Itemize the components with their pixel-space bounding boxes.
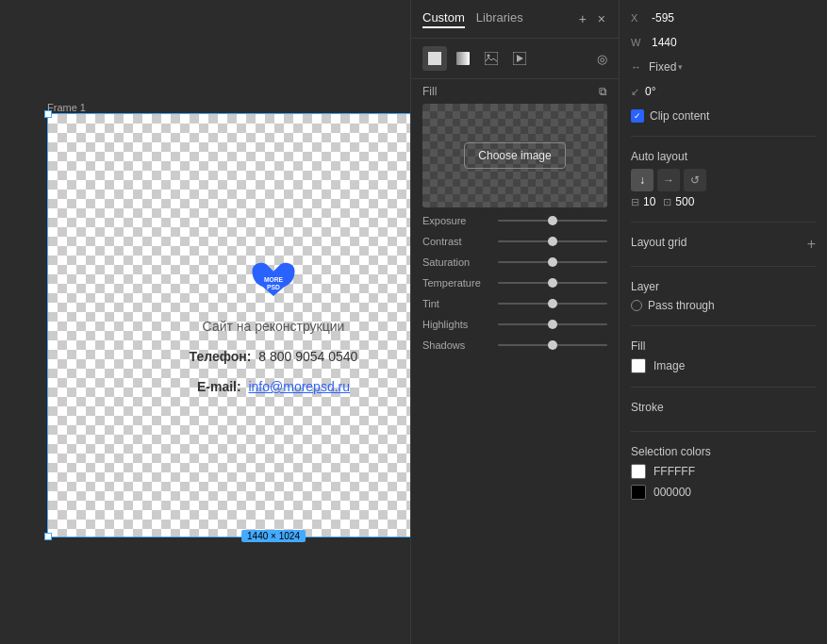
frame-title: Сайт на реконструкции <box>203 319 345 334</box>
canvas-area: Frame 1 MORE PSD Сайт на реконструкции Т… <box>0 0 410 644</box>
layer-title: Layer <box>631 280 816 293</box>
fixed-dropdown[interactable]: Fixed ▾ <box>649 60 683 74</box>
al-right-btn[interactable]: → <box>657 169 680 191</box>
resize-handle-bl[interactable] <box>44 533 52 540</box>
selection-colors-title: Selection colors <box>631 445 816 458</box>
fill-panel-header: Custom Libraries + × <box>411 0 619 39</box>
fill-section-label: Fill <box>422 85 437 98</box>
frame-inner: MORE PSD Сайт на реконструкции Телефон: … <box>48 114 410 537</box>
type-gradient-icon[interactable] <box>451 46 475 71</box>
sel-color-black-value: 000000 <box>653 486 691 499</box>
divider-1 <box>631 136 816 137</box>
clip-content-row[interactable]: ✓ Clip content <box>631 109 816 123</box>
divider-2 <box>631 222 816 223</box>
choose-image-button[interactable]: Choose image <box>464 142 565 169</box>
clip-content-label: Clip content <box>650 109 709 123</box>
frame-email: E-mail: info@morepsd.ru <box>197 379 350 394</box>
fill-row-right: Image <box>631 358 816 373</box>
logo-svg: MORE PSD <box>245 256 302 304</box>
slider-highlights: Highlights <box>422 319 607 330</box>
add-grid-button[interactable]: + <box>807 236 816 253</box>
email-link[interactable]: info@morepsd.ru <box>248 379 350 394</box>
exposure-label: Exposure <box>422 215 490 226</box>
type-video-icon[interactable] <box>507 46 532 71</box>
al-gap-field: ⊟ 10 <box>631 195 655 208</box>
saturation-label: Saturation <box>422 256 490 268</box>
x-label: X <box>631 12 646 24</box>
al-reverse-btn[interactable]: ↺ <box>684 169 706 191</box>
layer-section: Layer Pass through <box>631 280 816 312</box>
close-fill-button[interactable]: × <box>596 9 607 28</box>
fill-panel-actions: + × <box>577 9 607 28</box>
exposure-track[interactable] <box>498 220 607 222</box>
highlights-track[interactable] <box>498 323 607 325</box>
angle-value[interactable]: 0° <box>645 85 655 98</box>
sel-color-white-value: FFFFFF <box>653 465 695 478</box>
right-panel: X -595 W 1440 ↔ Fixed ▾ ↙ 0° ✓ Clip cont… <box>620 0 827 644</box>
al-down-btn[interactable]: ↓ <box>631 169 653 191</box>
divider-5 <box>631 387 816 388</box>
w-row: W 1440 <box>631 36 816 49</box>
layout-grid-row: Layout grid + <box>631 236 816 253</box>
logo-container: MORE PSD <box>245 256 302 304</box>
w-value[interactable]: 1440 <box>652 36 677 49</box>
frame-container[interactable]: MORE PSD Сайт на реконструкции Телефон: … <box>47 113 410 537</box>
clip-content-checkbox[interactable]: ✓ <box>631 109 644 123</box>
tint-label: Tint <box>422 298 490 309</box>
al-number-row: ⊟ 10 ⊡ 500 <box>631 195 816 208</box>
svg-text:PSD: PSD <box>267 284 280 290</box>
shadows-label: Shadows <box>422 339 490 351</box>
fill-type-label[interactable]: Image <box>653 359 685 372</box>
email-label: E-mail: <box>197 379 241 394</box>
contrast-track[interactable] <box>498 240 607 242</box>
tint-track[interactable] <box>498 303 607 305</box>
add-fill-button[interactable]: + <box>577 9 588 28</box>
copy-fill-icon[interactable]: ⧉ <box>599 85 607 98</box>
resize-handle-tl[interactable] <box>44 110 52 118</box>
type-solid-icon[interactable] <box>422 46 447 71</box>
frame-phone: Телефон: 8 800 9054 0540 <box>190 349 358 364</box>
svg-rect-2 <box>485 52 498 65</box>
al-padding-value[interactable]: 500 <box>675 195 694 208</box>
divider-6 <box>631 431 816 432</box>
fill-title-right: Fill <box>631 339 816 353</box>
auto-layout-controls: ↓ → ↺ <box>631 169 816 191</box>
fill-panel: Custom Libraries + × ◎ Fill ⧉ Choose ima… <box>410 0 620 644</box>
slider-shadows: Shadows <box>422 339 607 351</box>
sel-color-row-black: 000000 <box>631 485 816 500</box>
sel-swatch-white[interactable] <box>631 464 646 479</box>
fill-label-row: Fill ⧉ <box>411 79 619 104</box>
shadows-track[interactable] <box>498 344 607 346</box>
selection-colors-section: Selection colors FFFFFF 000000 <box>631 445 816 500</box>
fixed-row: ↔ Fixed ▾ <box>631 60 816 74</box>
tab-custom[interactable]: Custom <box>422 10 465 28</box>
svg-point-3 <box>488 55 490 58</box>
fill-type-bar: ◎ <box>411 39 619 79</box>
type-image-icon[interactable] <box>479 46 504 71</box>
sliders-section: Exposure Contrast Saturation Temperature… <box>411 215 619 644</box>
phone-label: Телефон: <box>190 349 252 364</box>
auto-layout-title: Auto layout <box>631 150 816 163</box>
temperature-track[interactable] <box>498 282 607 284</box>
x-row: X -595 <box>631 11 816 25</box>
image-preview: Choose image <box>422 104 607 207</box>
x-value[interactable]: -595 <box>652 11 674 25</box>
al-gap-value[interactable]: 10 <box>643 195 655 208</box>
divider-3 <box>631 266 816 267</box>
fill-swatch-right[interactable] <box>631 358 646 373</box>
pass-through-label[interactable]: Pass through <box>648 299 715 312</box>
phone-value: 8 800 9054 0540 <box>258 349 357 364</box>
sel-swatch-black[interactable] <box>631 485 646 500</box>
al-gap-icon: ⊟ <box>631 196 639 208</box>
stroke-section: Stroke <box>631 401 816 418</box>
slider-temperature: Temperature <box>422 277 607 289</box>
fixed-icon: ↔ <box>631 61 641 73</box>
slider-exposure: Exposure <box>422 215 607 226</box>
saturation-track[interactable] <box>498 261 607 263</box>
highlights-label: Highlights <box>422 319 490 330</box>
fill-panel-tabs: Custom Libraries <box>422 10 523 28</box>
fixed-label: Fixed <box>649 60 676 74</box>
slider-contrast: Contrast <box>422 236 607 247</box>
al-padding-field: ⊡ 500 <box>663 195 694 208</box>
tab-libraries[interactable]: Libraries <box>476 10 523 28</box>
